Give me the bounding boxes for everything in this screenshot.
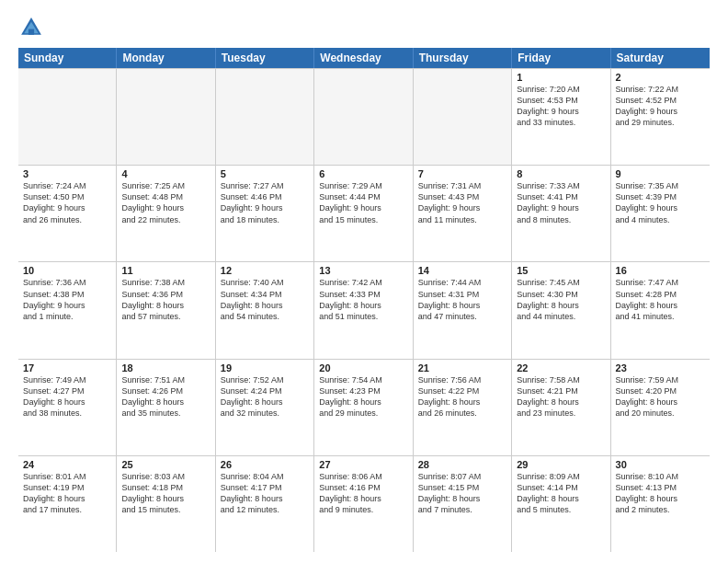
cell-info: Sunrise: 7:45 AM Sunset: 4:30 PM Dayligh… (517, 277, 605, 322)
day-cell-23: 23Sunrise: 7:59 AM Sunset: 4:20 PM Dayli… (611, 360, 710, 455)
weekday-header-saturday: Saturday (611, 48, 710, 68)
cell-info: Sunrise: 8:07 AM Sunset: 4:15 PM Dayligh… (418, 471, 506, 516)
day-number: 4 (121, 168, 210, 179)
calendar-body: 1Sunrise: 7:20 AM Sunset: 4:53 PM Daylig… (18, 68, 710, 552)
day-cell-14: 14Sunrise: 7:44 AM Sunset: 4:31 PM Dayli… (414, 262, 512, 358)
day-number: 13 (319, 265, 407, 276)
cell-info: Sunrise: 7:29 AM Sunset: 4:44 PM Dayligh… (319, 180, 407, 225)
cell-info: Sunrise: 8:04 AM Sunset: 4:17 PM Dayligh… (221, 471, 309, 516)
cell-info: Sunrise: 8:06 AM Sunset: 4:16 PM Dayligh… (319, 471, 407, 516)
day-cell-5: 5Sunrise: 7:27 AM Sunset: 4:46 PM Daylig… (216, 166, 314, 261)
weekday-header-thursday: Thursday (414, 48, 512, 68)
day-number: 12 (221, 265, 309, 276)
day-cell-25: 25Sunrise: 8:03 AM Sunset: 4:18 PM Dayli… (117, 456, 215, 552)
day-cell-12: 12Sunrise: 7:40 AM Sunset: 4:34 PM Dayli… (216, 262, 314, 358)
cell-info: Sunrise: 7:40 AM Sunset: 4:34 PM Dayligh… (221, 277, 309, 322)
header (18, 15, 710, 40)
day-number: 26 (221, 459, 309, 470)
day-cell-11: 11Sunrise: 7:38 AM Sunset: 4:36 PM Dayli… (117, 262, 215, 358)
cell-info: Sunrise: 7:20 AM Sunset: 4:53 PM Dayligh… (517, 84, 605, 129)
day-number: 30 (616, 459, 705, 470)
day-cell-20: 20Sunrise: 7:54 AM Sunset: 4:23 PM Dayli… (314, 360, 413, 455)
day-number: 9 (616, 168, 705, 179)
day-cell-18: 18Sunrise: 7:51 AM Sunset: 4:26 PM Dayli… (117, 360, 215, 455)
day-cell-24: 24Sunrise: 8:01 AM Sunset: 4:19 PM Dayli… (18, 456, 117, 552)
day-number: 17 (23, 362, 111, 373)
day-number: 2 (616, 72, 705, 83)
day-number: 7 (418, 168, 506, 179)
weekday-header-friday: Friday (512, 48, 610, 68)
day-cell-2: 2Sunrise: 7:22 AM Sunset: 4:52 PM Daylig… (611, 69, 710, 165)
empty-cell (414, 69, 512, 165)
day-cell-29: 29Sunrise: 8:09 AM Sunset: 4:14 PM Dayli… (512, 456, 610, 552)
cell-info: Sunrise: 7:38 AM Sunset: 4:36 PM Dayligh… (121, 277, 210, 322)
page: SundayMondayTuesdayWednesdayThursdayFrid… (0, 0, 728, 563)
day-cell-21: 21Sunrise: 7:56 AM Sunset: 4:22 PM Dayli… (414, 360, 512, 455)
day-cell-30: 30Sunrise: 8:10 AM Sunset: 4:13 PM Dayli… (611, 456, 710, 552)
day-number: 3 (23, 168, 111, 179)
cell-info: Sunrise: 7:58 AM Sunset: 4:21 PM Dayligh… (517, 374, 605, 419)
day-number: 18 (121, 362, 210, 373)
cell-info: Sunrise: 7:52 AM Sunset: 4:24 PM Dayligh… (221, 374, 309, 419)
weekday-header-monday: Monday (117, 48, 215, 68)
day-number: 14 (418, 265, 506, 276)
day-number: 15 (517, 265, 605, 276)
day-cell-4: 4Sunrise: 7:25 AM Sunset: 4:48 PM Daylig… (117, 166, 215, 261)
day-cell-22: 22Sunrise: 7:58 AM Sunset: 4:21 PM Dayli… (512, 360, 610, 455)
day-number: 24 (23, 459, 111, 470)
day-number: 1 (517, 72, 605, 83)
day-number: 28 (418, 459, 506, 470)
day-number: 8 (517, 168, 605, 179)
day-cell-6: 6Sunrise: 7:29 AM Sunset: 4:44 PM Daylig… (314, 166, 413, 261)
cell-info: Sunrise: 7:51 AM Sunset: 4:26 PM Dayligh… (121, 374, 210, 419)
cell-info: Sunrise: 8:10 AM Sunset: 4:13 PM Dayligh… (616, 471, 705, 516)
cell-info: Sunrise: 7:54 AM Sunset: 4:23 PM Dayligh… (319, 374, 407, 419)
day-number: 10 (23, 265, 111, 276)
weekday-header-sunday: Sunday (18, 48, 117, 68)
day-cell-1: 1Sunrise: 7:20 AM Sunset: 4:53 PM Daylig… (512, 69, 610, 165)
day-number: 22 (517, 362, 605, 373)
day-cell-7: 7Sunrise: 7:31 AM Sunset: 4:43 PM Daylig… (414, 166, 512, 261)
cell-info: Sunrise: 7:27 AM Sunset: 4:46 PM Dayligh… (221, 180, 309, 225)
empty-cell (18, 69, 117, 165)
cell-info: Sunrise: 7:36 AM Sunset: 4:38 PM Dayligh… (23, 277, 111, 322)
calendar-header: SundayMondayTuesdayWednesdayThursdayFrid… (18, 48, 710, 68)
day-cell-26: 26Sunrise: 8:04 AM Sunset: 4:17 PM Dayli… (216, 456, 314, 552)
empty-cell (117, 69, 215, 165)
day-number: 27 (319, 459, 407, 470)
cell-info: Sunrise: 7:42 AM Sunset: 4:33 PM Dayligh… (319, 277, 407, 322)
cell-info: Sunrise: 7:49 AM Sunset: 4:27 PM Dayligh… (23, 374, 111, 419)
calendar-row-3: 10Sunrise: 7:36 AM Sunset: 4:38 PM Dayli… (18, 262, 710, 359)
day-cell-3: 3Sunrise: 7:24 AM Sunset: 4:50 PM Daylig… (18, 166, 117, 261)
day-number: 25 (121, 459, 210, 470)
calendar: SundayMondayTuesdayWednesdayThursdayFrid… (18, 48, 710, 552)
day-number: 5 (221, 168, 309, 179)
day-number: 23 (616, 362, 705, 373)
day-number: 21 (418, 362, 506, 373)
calendar-row-5: 24Sunrise: 8:01 AM Sunset: 4:19 PM Dayli… (18, 456, 710, 552)
cell-info: Sunrise: 7:56 AM Sunset: 4:22 PM Dayligh… (418, 374, 506, 419)
day-cell-13: 13Sunrise: 7:42 AM Sunset: 4:33 PM Dayli… (314, 262, 413, 358)
cell-info: Sunrise: 7:33 AM Sunset: 4:41 PM Dayligh… (517, 180, 605, 225)
cell-info: Sunrise: 7:25 AM Sunset: 4:48 PM Dayligh… (121, 180, 210, 225)
cell-info: Sunrise: 7:31 AM Sunset: 4:43 PM Dayligh… (418, 180, 506, 225)
day-number: 29 (517, 459, 605, 470)
day-number: 6 (319, 168, 407, 179)
cell-info: Sunrise: 7:35 AM Sunset: 4:39 PM Dayligh… (616, 180, 705, 225)
day-cell-8: 8Sunrise: 7:33 AM Sunset: 4:41 PM Daylig… (512, 166, 610, 261)
day-cell-27: 27Sunrise: 8:06 AM Sunset: 4:16 PM Dayli… (314, 456, 413, 552)
day-cell-28: 28Sunrise: 8:07 AM Sunset: 4:15 PM Dayli… (414, 456, 512, 552)
cell-info: Sunrise: 8:03 AM Sunset: 4:18 PM Dayligh… (121, 471, 210, 516)
weekday-header-wednesday: Wednesday (314, 48, 413, 68)
calendar-row-1: 1Sunrise: 7:20 AM Sunset: 4:53 PM Daylig… (18, 69, 710, 166)
day-cell-16: 16Sunrise: 7:47 AM Sunset: 4:28 PM Dayli… (611, 262, 710, 358)
day-number: 11 (121, 265, 210, 276)
cell-info: Sunrise: 7:47 AM Sunset: 4:28 PM Dayligh… (616, 277, 705, 322)
logo-icon (18, 15, 44, 40)
calendar-row-2: 3Sunrise: 7:24 AM Sunset: 4:50 PM Daylig… (18, 166, 710, 262)
cell-info: Sunrise: 7:59 AM Sunset: 4:20 PM Dayligh… (616, 374, 705, 419)
cell-info: Sunrise: 7:44 AM Sunset: 4:31 PM Dayligh… (418, 277, 506, 322)
cell-info: Sunrise: 7:22 AM Sunset: 4:52 PM Dayligh… (616, 84, 705, 129)
cell-info: Sunrise: 8:09 AM Sunset: 4:14 PM Dayligh… (517, 471, 605, 516)
cell-info: Sunrise: 8:01 AM Sunset: 4:19 PM Dayligh… (23, 471, 111, 516)
